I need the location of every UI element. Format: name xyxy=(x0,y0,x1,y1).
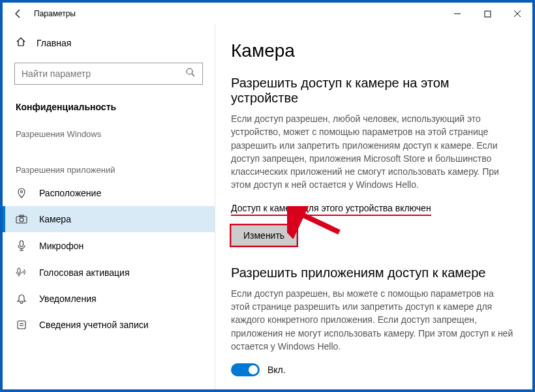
main-content: Камера Разрешить доступ к камере на этом… xyxy=(215,25,532,389)
search-icon xyxy=(185,67,196,80)
home-label: Главная xyxy=(37,38,71,48)
device-desc: Если доступ разрешен, любой человек, исп… xyxy=(231,112,514,192)
apps-desc: Если доступ разрешен, вы можете с помощь… xyxy=(231,287,514,353)
close-button[interactable] xyxy=(502,3,532,24)
search-input-container[interactable] xyxy=(14,63,203,85)
change-button[interactable]: Изменить xyxy=(231,225,297,246)
section-header-privacy: Конфиденциальность xyxy=(3,94,215,120)
svg-point-6 xyxy=(20,218,23,222)
window-title: Параметры xyxy=(34,9,76,18)
home-icon xyxy=(16,37,26,50)
apps-toggle[interactable] xyxy=(231,363,260,376)
page-title: Камера xyxy=(231,40,514,61)
account-icon xyxy=(16,320,27,330)
nav-account-info[interactable]: Сведения учетной записи xyxy=(3,312,215,338)
section-windows-perms[interactable]: Разрешения Windows xyxy=(3,120,215,144)
back-button[interactable] xyxy=(8,3,29,24)
nav-location[interactable]: Расположение xyxy=(3,180,215,206)
nav-voice-activation[interactable]: Голосовая активация xyxy=(3,260,215,286)
nav-label: Уведомления xyxy=(39,294,97,304)
svg-rect-8 xyxy=(20,241,23,247)
section-heading-device: Разрешить доступ к камере на этом устрой… xyxy=(231,76,514,106)
nav-camera[interactable]: Камера xyxy=(3,206,215,232)
location-icon xyxy=(16,188,27,198)
svg-rect-9 xyxy=(18,268,20,273)
search-input[interactable] xyxy=(22,68,185,79)
voice-icon xyxy=(16,267,27,278)
svg-line-3 xyxy=(192,74,194,76)
camera-status: Доступ к камере для этого устройства вкл… xyxy=(231,203,431,216)
nav-microphone[interactable]: Микрофон xyxy=(3,232,215,260)
nav-label: Камера xyxy=(39,214,71,224)
nav-notifications[interactable]: Уведомления xyxy=(3,286,215,312)
svg-point-2 xyxy=(187,68,192,74)
nav-label: Расположение xyxy=(39,188,101,198)
nav-label: Микрофон xyxy=(39,241,84,251)
minimize-button[interactable] xyxy=(442,3,472,24)
classic-apps-note: Некоторые классические приложения могут … xyxy=(231,387,514,389)
svg-point-4 xyxy=(21,191,23,193)
svg-rect-7 xyxy=(20,215,23,217)
maximize-button[interactable] xyxy=(472,3,502,24)
home-link[interactable]: Главная xyxy=(3,30,215,56)
section-app-perms: Разрешения приложений xyxy=(3,156,215,180)
nav-label: Голосовая активация xyxy=(39,267,130,278)
nav-label: Сведения учетной записи xyxy=(39,320,149,330)
toggle-label: Вкл. xyxy=(268,365,286,375)
section-heading-apps: Разрешить приложениям доступ к камере xyxy=(231,265,514,280)
microphone-icon xyxy=(16,240,27,252)
svg-rect-1 xyxy=(485,11,491,17)
camera-icon xyxy=(16,215,27,224)
svg-rect-10 xyxy=(18,321,25,329)
bell-icon xyxy=(16,294,27,304)
sidebar: Главная Конфиденциальность Разрешения Wi… xyxy=(3,25,215,389)
